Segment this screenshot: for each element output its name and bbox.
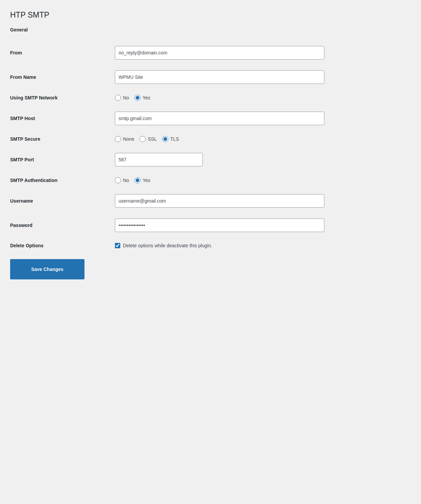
- using-smtp-network-radio-group: No Yes: [115, 95, 407, 101]
- smtp-secure-ssl-text: SSL: [148, 136, 156, 142]
- smtp-auth-yes-text: Yes: [143, 178, 150, 183]
- save-changes-button[interactable]: Save Changes: [10, 259, 84, 279]
- smtp-auth-yes-radio[interactable]: [134, 177, 141, 183]
- smtp-auth-row: SMTP Authentication No Yes: [10, 172, 411, 189]
- using-smtp-network-yes-radio[interactable]: [134, 95, 141, 101]
- using-smtp-network-yes-text: Yes: [143, 95, 150, 100]
- smtp-auth-radio-group: No Yes: [115, 177, 407, 183]
- password-label: Password: [10, 223, 32, 228]
- smtp-secure-none-radio[interactable]: [115, 136, 121, 142]
- using-smtp-network-label: Using SMTP Network: [10, 95, 58, 100]
- settings-form: From From Name Using SMTP Network: [10, 41, 411, 254]
- page-title: HTP SMTP: [10, 10, 411, 20]
- password-input[interactable]: [115, 219, 324, 232]
- smtp-secure-tls-label[interactable]: TLS: [162, 136, 179, 142]
- using-smtp-network-no-label[interactable]: No: [115, 95, 129, 101]
- username-input[interactable]: [115, 194, 324, 208]
- using-smtp-network-row: Using SMTP Network No Yes: [10, 89, 411, 106]
- delete-options-checkbox[interactable]: [115, 243, 120, 248]
- smtp-secure-none-text: None: [123, 136, 134, 142]
- smtp-port-row: SMTP Port: [10, 147, 411, 172]
- from-name-label: From Name: [10, 74, 36, 80]
- smtp-secure-label: SMTP Secure: [10, 136, 40, 142]
- smtp-auth-yes-label[interactable]: Yes: [134, 177, 150, 183]
- smtp-secure-none-label[interactable]: None: [115, 136, 134, 142]
- using-smtp-network-yes-label[interactable]: Yes: [134, 95, 150, 101]
- username-row: Username: [10, 189, 411, 213]
- from-input[interactable]: [115, 46, 324, 60]
- from-label: From: [10, 50, 22, 55]
- username-label: Username: [10, 198, 33, 204]
- using-smtp-network-no-text: No: [123, 95, 129, 100]
- section-heading: General: [10, 27, 411, 32]
- delete-options-checkbox-label: Delete options while deactivate this plu…: [123, 243, 212, 248]
- smtp-secure-ssl-label[interactable]: SSL: [140, 136, 156, 142]
- smtp-host-row: SMTP Host: [10, 106, 411, 131]
- smtp-auth-no-label[interactable]: No: [115, 177, 129, 183]
- password-row: Password: [10, 213, 411, 237]
- smtp-host-input[interactable]: [115, 112, 324, 125]
- delete-options-row: Delete Options Delete options while deac…: [10, 237, 411, 254]
- smtp-secure-ssl-radio[interactable]: [140, 136, 146, 142]
- smtp-auth-label: SMTP Authentication: [10, 178, 57, 183]
- smtp-secure-tls-text: TLS: [170, 136, 179, 142]
- from-row: From: [10, 41, 411, 65]
- smtp-auth-no-radio[interactable]: [115, 177, 121, 183]
- smtp-port-input[interactable]: [115, 153, 203, 166]
- delete-options-label: Delete Options: [10, 243, 44, 248]
- from-name-input[interactable]: [115, 70, 324, 84]
- smtp-port-label: SMTP Port: [10, 157, 34, 162]
- delete-options-checkbox-group: Delete options while deactivate this plu…: [115, 243, 407, 248]
- smtp-secure-row: SMTP Secure None SSL TLS: [10, 131, 411, 147]
- smtp-secure-tls-radio[interactable]: [162, 136, 168, 142]
- using-smtp-network-no-radio[interactable]: [115, 95, 121, 101]
- smtp-auth-no-text: No: [123, 178, 129, 183]
- from-name-row: From Name: [10, 65, 411, 89]
- smtp-secure-radio-group: None SSL TLS: [115, 136, 407, 142]
- smtp-host-label: SMTP Host: [10, 116, 35, 121]
